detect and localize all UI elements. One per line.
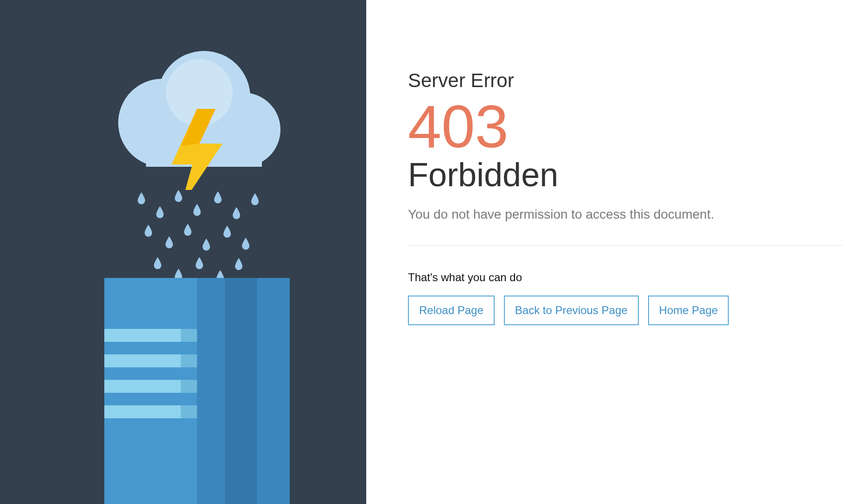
svg-rect-16 — [104, 405, 181, 418]
home-page-button[interactable]: Home Page — [648, 296, 729, 325]
error-code: 403 — [408, 96, 853, 157]
help-label: That's what you can do — [408, 271, 853, 284]
server-icon — [104, 278, 290, 504]
divider — [408, 245, 844, 246]
svg-rect-10 — [104, 329, 181, 342]
reload-page-button[interactable]: Reload Page — [408, 296, 495, 325]
button-row: Reload Page Back to Previous Page Home P… — [408, 296, 853, 325]
svg-rect-9 — [225, 278, 257, 504]
server-error-label: Server Error — [408, 69, 853, 92]
svg-rect-12 — [104, 354, 181, 367]
rain-icon — [132, 188, 271, 291]
error-description: You do not have permission to access thi… — [408, 207, 853, 222]
illustration-panel — [0, 0, 366, 504]
storm-server-illustration — [67, 0, 299, 504]
error-content-panel: Server Error 403 Forbidden You do not ha… — [366, 0, 853, 504]
svg-rect-15 — [181, 380, 197, 393]
error-title: Forbidden — [408, 157, 853, 193]
back-button[interactable]: Back to Previous Page — [504, 296, 639, 325]
svg-rect-17 — [181, 405, 197, 418]
svg-rect-11 — [181, 329, 197, 342]
svg-rect-13 — [181, 354, 197, 367]
svg-rect-14 — [104, 380, 181, 393]
storm-cloud-icon — [100, 46, 285, 192]
